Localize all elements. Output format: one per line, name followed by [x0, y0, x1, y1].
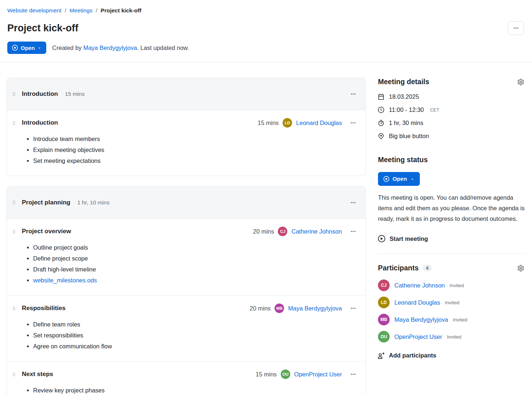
kebab-icon [350, 200, 356, 206]
item-more-button[interactable] [349, 227, 358, 236]
participants-header: Participants 4 [378, 264, 525, 272]
agenda-item-title: Resposibilities [22, 305, 66, 312]
agenda-item-notes: Review key project phases [11, 385, 358, 395]
location-icon [378, 133, 384, 139]
meeting-date: 18.03.2025 [389, 93, 419, 100]
breadcrumb-link-project[interactable]: Website development [7, 7, 62, 14]
meeting-status-description: This meeting is open. You can add/remove… [378, 192, 525, 224]
note-item: Introduce team members [33, 133, 358, 144]
agenda-item-title: Project overview [22, 228, 71, 235]
page-more-button[interactable] [508, 21, 524, 35]
kebab-icon [350, 305, 356, 311]
breadcrumb-separator: / [96, 7, 97, 14]
participant-status: Invited [447, 334, 461, 340]
drag-handle-icon[interactable] [11, 120, 17, 126]
participants-settings-button[interactable] [517, 264, 525, 272]
note-item: Agree on communication flow [33, 341, 358, 352]
participant-row: MB Maya Berdygylyjova Invited [378, 314, 525, 325]
breadcrumb: Website development / Meetings / Project… [7, 7, 524, 14]
title-row: Project kick-off [7, 21, 524, 35]
status-label: Open [21, 45, 35, 51]
breadcrumb-current: Project kick-off [101, 7, 141, 14]
start-meeting-label: Start meeting [390, 235, 428, 242]
agenda-section-project-planning: Project planning 1 hr, 10 mins Project o… [7, 186, 366, 395]
meeting-timezone: CET [430, 107, 439, 113]
item-more-button[interactable] [349, 370, 358, 379]
agenda-item-duration: 20 mins [250, 305, 271, 312]
created-by-suffix: . Last updated now. [137, 44, 189, 51]
page-title: Project kick-off [7, 23, 78, 34]
sidebar-status-dropdown[interactable]: Open [378, 172, 420, 186]
breadcrumb-link-meetings[interactable]: Meetings [70, 7, 92, 14]
drag-handle-icon[interactable] [11, 200, 17, 205]
kebab-icon [350, 228, 356, 234]
meeting-page: Website development / Meetings / Project… [0, 0, 532, 395]
meeting-meta: Created by Maya Berdygylyjova. Last upda… [52, 44, 189, 51]
meeting-time: 11:00 - 12:30 [389, 106, 424, 113]
avatar: LD [378, 297, 390, 308]
add-participants-label: Add participants [389, 352, 436, 359]
participant-status: Invited [445, 300, 460, 305]
participant-link[interactable]: Leonard Douglas [394, 299, 440, 306]
attachment-link[interactable]: website_milestones.ods [33, 277, 97, 283]
presenter-link[interactable]: Maya Berdygylyjova [288, 305, 342, 312]
section-more-button[interactable] [349, 198, 358, 207]
meeting-status-dropdown[interactable]: Open [7, 42, 46, 54]
presenter-link[interactable]: Leonard Douglas [296, 120, 342, 126]
kebab-icon [350, 371, 356, 377]
participant-row: CJ Catherine Johnson Invited [378, 279, 525, 291]
author-link[interactable]: Maya Berdygylyjova [83, 44, 137, 51]
item-more-button[interactable] [349, 118, 358, 127]
meeting-details-header: Meeting details [378, 78, 525, 86]
add-participants-button[interactable]: Add participants [378, 352, 436, 359]
section-duration: 15 mins [65, 91, 84, 97]
drag-handle-icon[interactable] [11, 229, 17, 234]
drag-handle-icon[interactable] [11, 91, 17, 97]
avatar: OU [281, 369, 290, 379]
sidebar: Meeting details 18.03.2025 11:00 - 12:30… [378, 78, 525, 359]
presenter-link[interactable]: OpenProject User [294, 371, 342, 378]
item-more-button[interactable] [349, 304, 358, 313]
agenda-item-notes: Introduce team members Explain meeting o… [11, 133, 358, 166]
kebab-icon [350, 91, 356, 97]
agenda-item-title: Introduction [22, 119, 58, 126]
start-meeting-button[interactable]: Start meeting [378, 235, 428, 242]
section-title: Project planning [22, 199, 70, 206]
participant-link[interactable]: OpenProject User [394, 333, 442, 340]
agenda-item-notes: Outline project goals Define project sco… [11, 242, 358, 286]
kebab-icon [350, 120, 356, 126]
note-item: Review key project phases [33, 385, 358, 395]
section-body: Project overview 20 mins CJ Catherine Jo… [7, 219, 366, 395]
participant-link[interactable]: Maya Berdygylyjova [394, 316, 448, 323]
status-label: Open [393, 176, 407, 182]
person-add-icon [378, 352, 385, 359]
kebab-icon [513, 25, 519, 31]
meeting-details-settings-button[interactable] [517, 78, 525, 86]
participant-status: Invited [450, 283, 464, 288]
meeting-location: Big blue button [389, 133, 429, 140]
note-item: Outline project goals [33, 242, 358, 253]
participant-status: Invited [453, 317, 468, 322]
clock-icon [378, 107, 384, 113]
presenter-link[interactable]: Catherine Johnson [291, 228, 342, 235]
calendar-icon [378, 94, 384, 100]
participant-link[interactable]: Catherine Johnson [394, 282, 445, 289]
note-item: Define team roles [33, 319, 358, 330]
agenda: Introduction 15 mins Introduction 15 min… [7, 78, 366, 395]
agenda-section-introduction: Introduction 15 mins Introduction 15 min… [7, 78, 366, 176]
drag-handle-icon[interactable] [11, 372, 17, 377]
meeting-location-row: Big blue button [378, 133, 525, 140]
note-item: Explain meeting objectives [33, 144, 358, 155]
meeting-duration: 1 hr, 30 mins [389, 120, 423, 126]
avatar: CJ [378, 279, 390, 291]
gear-icon [517, 265, 524, 271]
section-header: Project planning 1 hr, 10 mins [7, 187, 366, 219]
drag-handle-icon[interactable] [11, 306, 17, 311]
sidebar-divider [378, 253, 525, 254]
meeting-date-row: 18.03.2025 [378, 93, 525, 100]
agenda-item-duration: 15 mins [258, 120, 279, 126]
meeting-status-title: Meeting status [378, 156, 525, 164]
content: Introduction 15 mins Introduction 15 min… [0, 62, 532, 395]
section-header: Introduction 15 mins [7, 78, 366, 110]
section-more-button[interactable] [349, 90, 358, 98]
